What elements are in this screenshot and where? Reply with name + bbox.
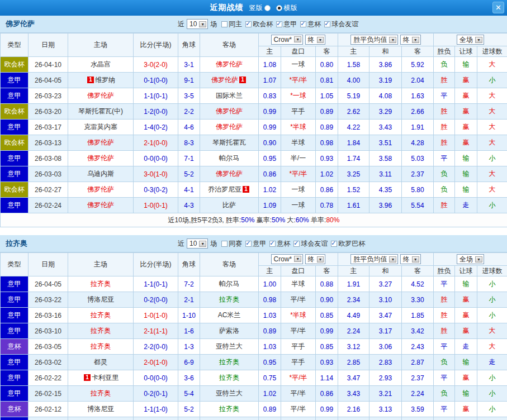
avg-odds-draw: 4.35 (369, 182, 402, 198)
bookmaker-select[interactable]: Crow* ▼ (271, 35, 304, 45)
checkbox-icon[interactable] (245, 241, 252, 247)
col-header-type: 类型 (1, 253, 29, 276)
match-score: 2-2(0-0) (134, 339, 178, 355)
filter-checkbox-意甲[interactable]: 意甲 (245, 239, 266, 249)
match-count-select[interactable]: 10 ▼ (187, 238, 208, 249)
corner-score: 3-1 (178, 57, 200, 73)
avg-odds-away: 5.54 (402, 198, 434, 213)
filter-checkbox-意甲[interactable]: 意甲 (276, 20, 297, 29)
team-label: 博洛尼亚 (87, 405, 114, 413)
checkbox-icon[interactable] (293, 241, 300, 247)
result-wdl: 胜 (434, 308, 455, 323)
handicap-odds-away: 1.05 (316, 88, 338, 104)
red-card-badge: 1 (87, 77, 94, 83)
odds-header-group: Crow* ▼ 终 ▼ (259, 34, 338, 46)
team-label: 拉齐奥 (91, 311, 111, 319)
match-score: 1-4(0-2) (134, 120, 178, 135)
team-label: 佛罗伦萨 (87, 154, 114, 162)
handicap-line: 一球 (281, 198, 316, 213)
away-team-cell: 佛罗伦萨1 (200, 73, 259, 88)
match-row: 欧会杯26-04-10水晶宫3-0(2-0)3-1佛罗伦萨1.08一球0.801… (1, 57, 507, 73)
filter-checkbox-欧会杯[interactable]: 欧会杯 (245, 20, 273, 29)
avg-stage-select[interactable]: 终 ▼ (400, 254, 421, 264)
result-wdl: 平 (434, 417, 455, 420)
scope-value: 全场 (459, 35, 473, 45)
checkbox-icon[interactable] (276, 21, 282, 27)
filter-checkbox-同主[interactable]: 同主 (221, 20, 242, 29)
scope-select[interactable]: 全场 ▼ (457, 254, 484, 264)
avg-odds-away: 5.80 (402, 182, 434, 198)
avg-odds-draw: 3.47 (369, 308, 402, 323)
handicap-result: 赢 (455, 104, 477, 120)
filter-checkbox-球会友谊[interactable]: 球会友谊 (324, 20, 358, 29)
match-type-badge: 欧会杯 (1, 182, 29, 198)
avg-odds-home: 2.24 (338, 323, 369, 339)
layout-radio-horizontal[interactable]: 横版 (276, 3, 297, 13)
checkbox-icon[interactable] (300, 21, 306, 27)
checkbox-icon[interactable] (324, 21, 330, 27)
handicap-odds-home: 1.08 (259, 57, 281, 73)
avg-odds-draw: 3.19 (369, 73, 402, 88)
avg-odds-home: 1.52 (338, 182, 369, 198)
layout-radio-vertical[interactable]: 竖版 (249, 3, 271, 13)
handicap-line: 半球 (281, 276, 316, 292)
result-wdl: 负 (434, 386, 455, 402)
bookmaker-select[interactable]: Crow* ▼ (271, 254, 304, 264)
avg-odds-draw: 3.21 (369, 386, 402, 402)
filter-checkbox-欧罗巴杯[interactable]: 欧罗巴杯 (331, 239, 365, 249)
odds-stage-select[interactable]: 终 ▼ (305, 35, 326, 45)
avg-odds-draw: 3.43 (369, 120, 402, 135)
away-team-cell: 亚特兰大 (200, 386, 259, 402)
filter-checkbox-同赛[interactable]: 同赛 (221, 239, 242, 249)
radio-icon[interactable] (264, 5, 271, 11)
match-count-select[interactable]: 10 ▼ (187, 19, 208, 29)
chevron-down-icon: ▼ (412, 256, 419, 262)
avg-type-value: 胜平负均值 (353, 35, 387, 45)
col-header-corner: 角球 (178, 253, 200, 276)
chevron-down-icon: ▼ (412, 37, 419, 43)
match-type-badge: 意甲 (1, 308, 29, 323)
checkbox-icon[interactable] (245, 21, 252, 27)
result-wdl: 胜 (434, 73, 455, 88)
match-row: 意甲26-03-03乌迪内斯3-0(1-0)5-2佛罗伦萨0.86*平/半1.0… (1, 166, 507, 182)
match-date: 26-03-02 (29, 355, 68, 370)
corner-score: 2-2 (178, 104, 200, 120)
avg-odds-home: 4.49 (338, 308, 369, 323)
scope-select[interactable]: 全场 ▼ (457, 35, 484, 45)
match-score: 0-3(0-2) (134, 182, 178, 198)
away-team-cell: 萨索洛 (200, 323, 259, 339)
avg-stage-select[interactable]: 终 ▼ (400, 35, 421, 45)
handicap-result: 赢 (455, 120, 477, 135)
avg-type-select[interactable]: 胜平负均值 ▼ (350, 254, 398, 264)
goals-result: 小 (477, 386, 507, 402)
checkbox-icon[interactable] (331, 241, 337, 247)
handicap-odds-home: 1.09 (259, 198, 281, 213)
corner-score: 7-2 (178, 276, 200, 292)
avg-type-select[interactable]: 胜平负均值 ▼ (350, 35, 398, 45)
filter-checkbox-意杯[interactable]: 意杯 (269, 239, 290, 249)
handicap-result: 赢 (455, 73, 477, 88)
odds-stage-select[interactable]: 终 ▼ (305, 254, 326, 264)
close-button[interactable]: ✕ (492, 2, 504, 13)
filter-checkbox-球会友谊[interactable]: 球会友谊 (293, 239, 328, 249)
match-row: 意杯26-02-12博洛尼亚1-1(1-0)5-2拉齐奥0.89平/半0.992… (1, 402, 507, 417)
result-wdl: 平 (434, 370, 455, 386)
checkbox-icon[interactable] (269, 241, 276, 247)
chevron-down-icon: ▼ (389, 37, 396, 43)
result-wdl: 负 (434, 166, 455, 182)
checkbox-icon[interactable] (221, 241, 228, 247)
radio-icon[interactable] (276, 5, 282, 11)
match-date: 26-03-05 (29, 339, 68, 355)
odds-stage-value: 终 (308, 255, 315, 264)
handicap-result: 输 (455, 151, 477, 166)
team-label: 水晶宫 (91, 60, 111, 68)
checkbox-icon[interactable] (221, 21, 228, 27)
filter-bar: 近 10 ▼ 场 同主欧会杯意甲意杯球会友谊 (178, 19, 358, 29)
filter-checkbox-意杯[interactable]: 意杯 (300, 20, 321, 29)
avg-odds-draw: 3.51 (369, 135, 402, 151)
avg-header-group: 胜平负均值 ▼ 终 ▼ (338, 34, 434, 46)
match-score: 1-0(1-0) (134, 308, 178, 323)
matches-table-lazio: 类型 日期 主场 比分(半场) 角球 客场 Crow* ▼ 终 ▼ 胜平负均值 … (0, 252, 507, 420)
team-label: 拉齐奥 (91, 327, 111, 335)
col-header-away: 客场 (200, 253, 259, 276)
